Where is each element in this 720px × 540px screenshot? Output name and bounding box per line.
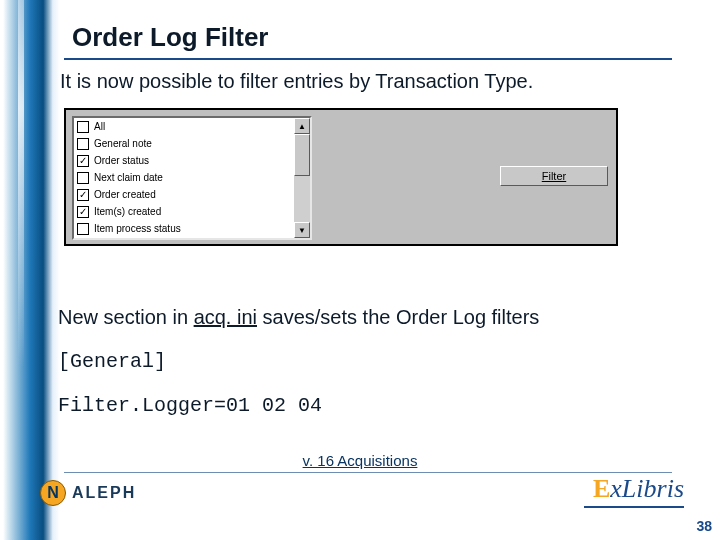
scroll-thumb[interactable] [294,134,310,176]
list-item[interactable]: All [74,118,294,135]
note-pre: New section in [58,306,194,328]
checkbox-checked[interactable]: ✓ [77,206,89,218]
list-item[interactable]: Item process status [74,220,294,237]
aleph-logo-icon: N [40,480,66,506]
checkbox-checked[interactable]: ✓ [77,189,89,201]
slide: Order Log Filter It is now possible to f… [0,0,720,540]
list-item[interactable]: General note [74,135,294,152]
footer-text: v. 16 Acquisitions [0,452,720,469]
exlibris-logo-e: E [593,474,610,503]
list-item[interactable]: ✓ Order status [74,152,294,169]
list-item-label: Item(s) created [94,206,161,217]
list-item[interactable]: Next claim date [74,169,294,186]
title-underline [64,58,672,60]
list-item-label: Item process status [94,223,181,234]
list-item-label: General note [94,138,152,149]
list-item[interactable]: ✓ Order created [74,186,294,203]
listbox-inner: All General note ✓ Order status Next cla… [74,118,294,238]
footer-divider [64,472,672,473]
aleph-logo-text: ALEPH [72,484,136,502]
note-post: saves/sets the Order Log filters [257,306,539,328]
scroll-up-button[interactable]: ▲ [294,118,310,134]
note-text: New section in acq. ini saves/sets the O… [58,306,539,329]
code-section-header: [General] [58,350,166,373]
scrollbar[interactable]: ▲ ▼ [294,118,310,238]
list-item-label: Order status [94,155,149,166]
checkbox[interactable] [77,223,89,235]
checkbox[interactable] [77,138,89,150]
exlibris-logo-rest: xLibris [610,474,684,503]
exlibris-underline [584,506,684,508]
filter-button[interactable]: Filter [500,166,608,186]
intro-text: It is now possible to filter entries by … [60,70,533,93]
list-item-label: Order created [94,189,156,200]
aleph-logo: N ALEPH [40,480,136,506]
note-file: acq. ini [194,306,257,328]
transaction-type-listbox[interactable]: All General note ✓ Order status Next cla… [72,116,312,240]
list-item-label: All [94,121,105,132]
checkbox[interactable] [77,172,89,184]
filter-panel: All General note ✓ Order status Next cla… [64,108,618,246]
checkbox[interactable] [77,121,89,133]
list-item-label: Next claim date [94,172,163,183]
page-title: Order Log Filter [72,22,268,53]
page-number: 38 [696,518,712,534]
checkbox-checked[interactable]: ✓ [77,155,89,167]
exlibris-logo: ExLibris [593,474,684,504]
list-item[interactable]: ✓ Item(s) created [74,203,294,220]
code-line: Filter.Logger=01 02 04 [58,394,322,417]
scroll-down-button[interactable]: ▼ [294,222,310,238]
